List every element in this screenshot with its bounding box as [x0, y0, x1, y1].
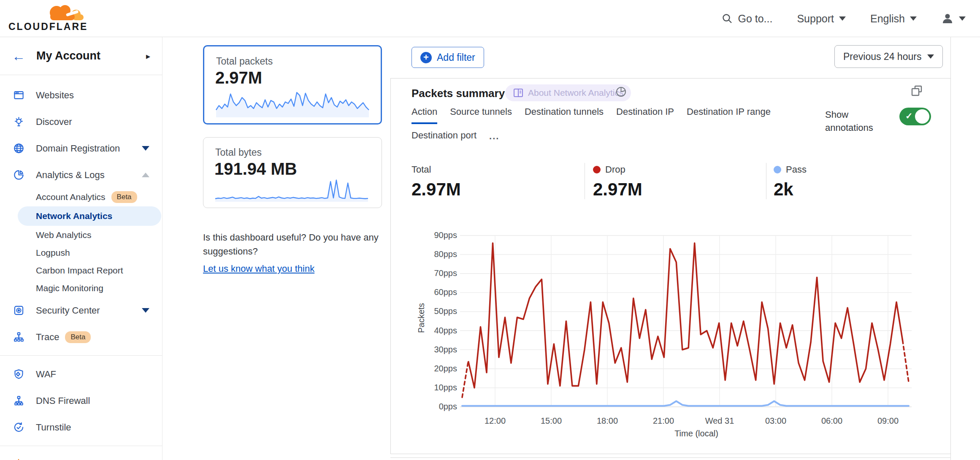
tabs-more-button[interactable]: ...: [489, 130, 499, 142]
sidebar-item-label: WAF: [36, 369, 56, 380]
account-menu[interactable]: [941, 12, 966, 25]
stat-drop: Drop2.97M: [593, 164, 642, 200]
cloudflare-logo-text: CLOUDFLARE: [8, 21, 88, 32]
sunburst-icon: [13, 459, 24, 460]
stat-divider: [585, 163, 585, 199]
cloudflare-logo[interactable]: CLOUDFLARE: [8, 2, 88, 35]
sidebar-nav: WebsitesDiscoverDomain RegistrationAnaly…: [0, 75, 162, 460]
sidebar-item-analytics-logs[interactable]: Analytics & Logs: [0, 162, 162, 188]
y-axis-tick: 90pps: [417, 230, 457, 240]
chevron-down-icon: [910, 16, 917, 21]
sidebar-item-label: Analytics & Logs: [36, 170, 105, 181]
sidebar-item-carbon-impact-report[interactable]: Carbon Impact Report: [0, 262, 162, 279]
add-filter-button[interactable]: + Add filter: [411, 47, 484, 68]
sidebar-item-domain-registration[interactable]: Domain Registration: [0, 135, 162, 162]
sidebar-item-sunburst[interactable]: [0, 451, 162, 460]
dns-icon: [13, 395, 24, 407]
stat-label: Drop: [593, 164, 642, 175]
book-icon: [513, 88, 524, 98]
y-axis-tick: 20pps: [417, 364, 457, 373]
stat-value: 2k: [774, 179, 807, 200]
sidebar-item-account-analytics[interactable]: Account AnalyticsBeta: [0, 188, 162, 206]
sidebar-item-waf[interactable]: WAF: [0, 361, 162, 387]
show-annotations-toggle[interactable]: ✓: [899, 108, 931, 125]
goto-search[interactable]: Go to...: [722, 13, 772, 25]
language-menu[interactable]: English: [870, 13, 917, 25]
sidebar-item-label: Discover: [36, 116, 72, 127]
series-dot-icon: [774, 166, 781, 173]
about-network-analytics-badge[interactable]: About Network Analytics: [505, 84, 631, 101]
chevron-down-icon: [839, 16, 846, 21]
globe-icon: [13, 143, 24, 154]
feedback-block: Is this dashboard useful? Do you have an…: [203, 230, 389, 276]
pie-chart-icon[interactable]: [615, 86, 627, 97]
x-axis-tick: 18:00: [580, 416, 635, 426]
goto-label: Go to...: [738, 13, 772, 25]
stat-divider: [766, 163, 766, 199]
language-label: English: [870, 13, 905, 25]
sidebar-item-turnstile[interactable]: Turnstile: [0, 414, 162, 441]
beta-badge: Beta: [111, 191, 137, 203]
x-axis-tick: 15:00: [524, 416, 579, 426]
y-axis-tick: 80pps: [417, 249, 457, 259]
total-bytes-card[interactable]: Total bytes 191.94 MB: [203, 137, 382, 208]
sidebar-item-label: Domain Registration: [36, 143, 120, 154]
account-title: My Account: [36, 49, 100, 62]
websites-icon: [13, 89, 24, 101]
sidebar-item-dns-firewall[interactable]: DNS Firewall: [0, 387, 162, 414]
sidebar-item-websites[interactable]: Websites: [0, 82, 162, 108]
feedback-link[interactable]: Let us know what you think: [203, 262, 314, 276]
expand-popout-icon[interactable]: [910, 84, 923, 97]
chevron-right-icon[interactable]: ▸: [146, 51, 150, 61]
x-axis-title: Time (local): [642, 429, 751, 438]
total-packets-value: 2.97M: [215, 68, 262, 87]
y-axis-title: Packets: [417, 289, 426, 348]
trace-icon: [13, 331, 24, 343]
x-axis-tick: 09:00: [861, 416, 915, 426]
sidebar-item-trace[interactable]: TraceBeta: [0, 324, 162, 350]
tab-destination-ip-range[interactable]: Destination IP range: [687, 106, 771, 124]
show-annotations-label: Show annotations: [825, 108, 888, 134]
waf-icon: [13, 368, 24, 380]
beta-badge: Beta: [65, 331, 91, 343]
turnstile-icon: [13, 422, 24, 433]
sidebar-item-logpush[interactable]: Logpush: [0, 244, 162, 262]
sidebar-item-discover[interactable]: Discover: [0, 108, 162, 135]
tab-source-tunnels[interactable]: Source tunnels: [450, 106, 512, 124]
caret-down-icon: [142, 308, 149, 313]
cloudflare-cloud-icon: [41, 3, 85, 22]
sidebar-item-label: Magic Monitoring: [36, 283, 103, 293]
sidebar-item-web-analytics[interactable]: Web Analytics: [0, 226, 162, 244]
support-label: Support: [797, 13, 834, 25]
chevron-down-icon: [959, 16, 966, 21]
sidebar-item-network-analytics[interactable]: Network Analytics: [0, 206, 162, 226]
caret-down-icon: [142, 146, 149, 151]
total-packets-card[interactable]: Total packets 2.97M: [203, 45, 382, 124]
stat-value: 2.97M: [593, 179, 642, 200]
sidebar-item-magic-monitoring[interactable]: Magic Monitoring: [0, 279, 162, 297]
stat-label: Pass: [774, 164, 807, 175]
tab-destination-tunnels[interactable]: Destination tunnels: [525, 106, 604, 124]
caret-up-icon: [142, 173, 149, 177]
packets-time-series-chart[interactable]: [459, 233, 913, 412]
sidebar-item-label: Trace: [36, 332, 59, 343]
tab-destination-port[interactable]: Destination port: [411, 130, 476, 146]
sidebar-item-security-center[interactable]: Security Center: [0, 297, 162, 324]
x-axis-tick: 06:00: [804, 416, 859, 426]
tab-destination-ip[interactable]: Destination IP: [616, 106, 674, 124]
x-axis-tick: 12:00: [468, 416, 522, 426]
x-axis-tick: Wed 31: [692, 416, 747, 426]
sidebar-item-label: Logpush: [36, 248, 70, 258]
total-bytes-title: Total bytes: [215, 147, 262, 158]
about-badge-label: About Network Analytics: [528, 88, 623, 98]
sidebar-item-label: Security Center: [36, 305, 100, 316]
back-arrow-icon[interactable]: ←: [12, 49, 25, 63]
top-header: CLOUDFLARE Go to... Support English: [0, 0, 980, 37]
time-range-dropdown[interactable]: Previous 24 hours: [834, 45, 943, 68]
sidebar-divider: [0, 446, 162, 446]
search-icon: [722, 13, 733, 24]
support-menu[interactable]: Support: [797, 13, 846, 25]
tab-action[interactable]: Action: [411, 106, 437, 124]
sidebar-item-label: Web Analytics: [36, 230, 92, 240]
sidebar-item-label: Network Analytics: [36, 211, 112, 221]
